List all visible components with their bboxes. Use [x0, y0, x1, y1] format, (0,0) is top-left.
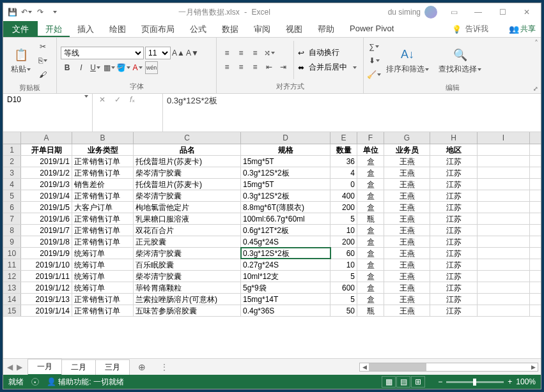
- data-cell[interactable]: 盒: [357, 202, 384, 213]
- border-icon[interactable]: ▦: [103, 61, 116, 74]
- tab-file[interactable]: 文件: [3, 21, 38, 37]
- align-top-icon[interactable]: ≡: [221, 47, 233, 59]
- data-cell[interactable]: 柴岑清宁胶囊: [134, 271, 241, 282]
- data-cell[interactable]: 正常销售订单: [72, 190, 134, 201]
- tab-home[interactable]: 开始: [38, 21, 70, 37]
- data-cell[interactable]: 王燕: [384, 259, 430, 270]
- data-cell[interactable]: 荜铃胃痛颗粒: [134, 282, 241, 293]
- record-macro-icon[interactable]: ▪: [31, 378, 39, 386]
- redo-icon[interactable]: ↷: [34, 6, 47, 19]
- data-cell[interactable]: 2019/1/2: [21, 167, 72, 178]
- tab-draw[interactable]: 绘图: [102, 21, 134, 37]
- row-header[interactable]: 4: [3, 179, 21, 190]
- align-bottom-icon[interactable]: ≡: [249, 47, 261, 59]
- data-cell[interactable]: 兰索拉唑肠溶片(可意林): [134, 294, 241, 305]
- col-header[interactable]: D: [241, 132, 330, 144]
- copy-icon[interactable]: ⎘: [36, 54, 49, 67]
- indent-dec-icon[interactable]: ⇤: [263, 61, 276, 73]
- data-cell[interactable]: 江苏: [430, 179, 478, 190]
- col-header[interactable]: C: [134, 132, 241, 144]
- data-cell[interactable]: 双花百合片: [134, 225, 241, 236]
- row-header[interactable]: 1: [3, 144, 21, 155]
- data-cell[interactable]: 柴岑清宁胶囊: [134, 167, 241, 178]
- undo-icon[interactable]: ↶: [20, 6, 33, 19]
- col-header[interactable]: F: [357, 132, 384, 144]
- data-cell[interactable]: 盒: [357, 248, 384, 259]
- data-cell[interactable]: 江苏: [430, 294, 478, 305]
- data-cell[interactable]: 5: [330, 271, 357, 282]
- data-cell[interactable]: 江苏: [430, 248, 478, 259]
- data-cell[interactable]: 江苏: [430, 213, 478, 224]
- page-layout-view-icon[interactable]: ▤: [396, 376, 410, 388]
- header-cell[interactable]: 业务类型: [72, 144, 134, 155]
- row-header[interactable]: 7: [3, 213, 21, 224]
- data-cell[interactable]: 盒: [357, 236, 384, 247]
- data-cell[interactable]: 0.3g*12S*2板: [241, 167, 330, 178]
- data-cell[interactable]: 枸地氯雷他定片: [134, 202, 241, 213]
- font-color-icon[interactable]: A: [131, 61, 144, 74]
- fx-icon[interactable]: fₓ: [130, 95, 135, 104]
- zoom-level[interactable]: 100%: [516, 377, 536, 386]
- find-select-button[interactable]: 🔍 查找和选择: [435, 46, 485, 76]
- cut-icon[interactable]: ✂: [36, 40, 49, 53]
- header-cell[interactable]: 业务员: [384, 144, 430, 155]
- row-header[interactable]: 3: [3, 167, 21, 178]
- data-cell[interactable]: 2019/1/5: [21, 202, 72, 213]
- maximize-icon[interactable]: ☐: [491, 4, 514, 20]
- data-cell[interactable]: 600: [330, 282, 357, 293]
- data-cell[interactable]: 2019/1/3: [21, 179, 72, 190]
- tab-insert[interactable]: 插入: [70, 21, 102, 37]
- header-cell[interactable]: 规格: [241, 144, 330, 155]
- tab-layout[interactable]: 页面布局: [134, 21, 182, 37]
- data-cell[interactable]: 百乐眠胶囊: [134, 259, 241, 270]
- qat-more-icon[interactable]: [48, 6, 61, 19]
- data-cell[interactable]: 100ml:66.7g*60ml: [241, 213, 330, 224]
- data-cell[interactable]: 瓶: [357, 305, 384, 316]
- sheet-tab[interactable]: 一月: [27, 359, 62, 375]
- data-cell[interactable]: 王燕: [384, 294, 430, 305]
- data-cell[interactable]: 盒: [357, 271, 384, 282]
- data-cell[interactable]: 2019/1/6: [21, 213, 72, 224]
- italic-icon[interactable]: I: [75, 61, 88, 74]
- data-cell[interactable]: 江苏: [430, 202, 478, 213]
- tab-powerpivot[interactable]: Power Pivot: [342, 21, 401, 37]
- data-cell[interactable]: 5g*9袋: [241, 282, 330, 293]
- align-left-icon[interactable]: ≡: [221, 61, 233, 73]
- data-cell[interactable]: 盒: [357, 156, 384, 167]
- data-cell[interactable]: 2019/1/4: [21, 190, 72, 201]
- data-cell[interactable]: 10ml*12支: [241, 271, 330, 282]
- merge-center-button[interactable]: ⬌ 合并后居中: [298, 62, 357, 73]
- col-header[interactable]: B: [72, 132, 134, 144]
- row-header[interactable]: 12: [3, 271, 21, 282]
- data-cell[interactable]: 乳果糖口服溶液: [134, 213, 241, 224]
- data-cell[interactable]: 0.3g*12S*2板: [241, 190, 330, 201]
- data-cell[interactable]: 盒: [357, 179, 384, 190]
- data-cell[interactable]: 王燕: [384, 225, 430, 236]
- row-header[interactable]: 14: [3, 294, 21, 305]
- font-name-select[interactable]: 等线: [61, 47, 144, 59]
- zoom-slider[interactable]: [446, 381, 504, 383]
- data-cell[interactable]: 王燕: [384, 156, 430, 167]
- data-cell[interactable]: 王燕: [384, 202, 430, 213]
- data-cell[interactable]: 正常销售订单: [72, 156, 134, 167]
- row-header[interactable]: 8: [3, 225, 21, 236]
- minimize-icon[interactable]: —: [467, 4, 490, 20]
- data-cell[interactable]: 江苏: [430, 190, 478, 201]
- data-cell[interactable]: 盒: [357, 259, 384, 270]
- data-cell[interactable]: 盒: [357, 225, 384, 236]
- data-cell[interactable]: 盒: [357, 294, 384, 305]
- sheet-tab[interactable]: 三月: [95, 359, 130, 375]
- row-header[interactable]: 11: [3, 259, 21, 270]
- data-cell[interactable]: 4: [330, 167, 357, 178]
- tab-view[interactable]: 视图: [278, 21, 310, 37]
- data-cell[interactable]: 10: [330, 225, 357, 236]
- data-cell[interactable]: 2019/1/7: [21, 225, 72, 236]
- data-cell[interactable]: 正常销售订单: [72, 225, 134, 236]
- data-cell[interactable]: 400: [330, 190, 357, 201]
- data-cell[interactable]: 瓶: [357, 213, 384, 224]
- row-header[interactable]: 5: [3, 190, 21, 201]
- tellme-label[interactable]: 告诉我: [465, 24, 488, 34]
- data-cell[interactable]: 15mg*5T: [241, 156, 330, 167]
- data-cell[interactable]: 36: [330, 156, 357, 167]
- col-header[interactable]: I: [478, 132, 530, 144]
